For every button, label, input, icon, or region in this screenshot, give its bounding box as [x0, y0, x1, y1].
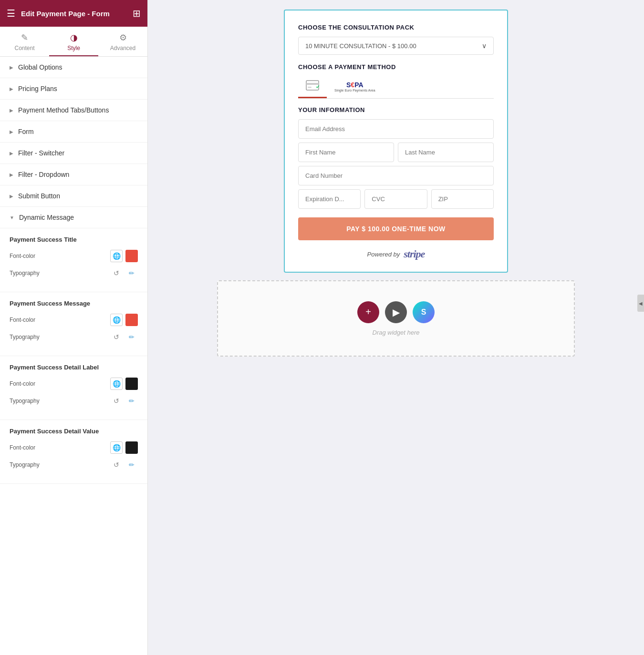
field-controls-1: 🌐 [110, 250, 138, 262]
right-panel: ◀ CHOOSE THE CONSULTATION PACK 10 MINUTE… [148, 0, 644, 655]
chevron-right-icon: ▶ [10, 194, 13, 199]
nav-section: ▶ Global Options ▶ Pricing Plans ▶ Payme… [0, 57, 147, 228]
chevron-down-icon: ∨ [482, 42, 487, 50]
sub-section-payment-success-detail-label: Payment Success Detail Label Font-color … [0, 356, 147, 420]
payment-method-section: CHOOSE A PAYMENT METHOD [298, 63, 494, 99]
sidebar-item-payment-method[interactable]: ▶ Payment Method Tabs/Buttons [0, 100, 147, 121]
globe-button-1[interactable]: 🌐 [110, 250, 123, 262]
consultation-dropdown[interactable]: 10 MINUTE CONSULTATION - $ 100.00 ∨ [298, 37, 494, 55]
color-swatch-2[interactable] [125, 314, 138, 326]
drop-zone: + ▶ S Drag widget here [217, 280, 575, 357]
edit-button-4[interactable]: ✏ [125, 459, 138, 471]
nav-label-dynamic-message: Dynamic Message [19, 214, 74, 221]
sub-section-payment-success-detail-value: Payment Success Detail Value Font-color … [0, 420, 147, 484]
sub-section-title-4: Payment Success Detail Value [10, 428, 138, 435]
sidebar-item-pricing-plans[interactable]: ▶ Pricing Plans [0, 78, 147, 100]
svg-rect-1 [306, 83, 319, 85]
pay-button[interactable]: PAY $ 100.00 ONE-TIME NOW [298, 217, 494, 240]
sidebar-item-submit-button[interactable]: ▶ Submit Button [0, 185, 147, 207]
field-label-typography-3: Typography [10, 398, 40, 404]
content-icon: ✎ [21, 32, 28, 43]
cvc-field[interactable] [364, 189, 427, 209]
field-controls-typography-4: ↺ ✏ [110, 459, 138, 471]
svg-rect-2 [308, 87, 312, 88]
tab-style[interactable]: ◑ Style [49, 27, 98, 56]
email-field[interactable] [298, 119, 494, 139]
elementor-button[interactable]: S [413, 301, 435, 323]
field-label-typography-2: Typography [10, 334, 40, 340]
chevron-right-icon: ▶ [10, 129, 13, 134]
tab-content[interactable]: ✎ Content [0, 27, 49, 56]
add-widget-button[interactable]: + [357, 301, 379, 323]
chevron-right-icon: ▶ [10, 108, 13, 113]
tab-content-label: Content [14, 45, 34, 51]
chevron-right-icon: ▶ [10, 65, 13, 70]
consultation-heading: CHOOSE THE CONSULTATION PACK [298, 24, 494, 31]
field-controls-typography-3: ↺ ✏ [110, 395, 138, 407]
card-number-field[interactable] [298, 166, 494, 185]
field-controls-2: 🌐 [110, 314, 138, 326]
sidebar-item-filter-dropdown[interactable]: ▶ Filter - Dropdown [0, 164, 147, 185]
field-label-typography-1: Typography [10, 270, 40, 276]
chevron-right-icon: ▶ [10, 86, 13, 92]
field-controls-3: 🌐 [110, 378, 138, 390]
sub-section-title-1: Payment Success Title [10, 236, 138, 243]
chevron-right-icon: ▶ [10, 172, 13, 177]
first-name-field[interactable] [298, 143, 394, 162]
sub-section-title-2: Payment Success Message [10, 300, 138, 307]
globe-button-3[interactable]: 🌐 [110, 378, 123, 390]
field-controls-typography-1: ↺ ✏ [110, 267, 138, 279]
drop-zone-text: Drag widget here [373, 329, 420, 336]
sub-section-payment-success-message: Payment Success Message Font-color 🌐 Typ… [0, 292, 147, 356]
nav-label-pricing-plans: Pricing Plans [18, 85, 57, 92]
advanced-icon: ⚙ [119, 32, 127, 43]
field-row-font-color-2: Font-color 🌐 [10, 314, 138, 326]
color-swatch-4[interactable] [125, 441, 138, 454]
sidebar-item-form[interactable]: ▶ Form [0, 121, 147, 143]
field-controls-typography-2: ↺ ✏ [110, 331, 138, 343]
tabs-bar: ✎ Content ◑ Style ⚙ Advanced [0, 27, 147, 57]
edit-button-2[interactable]: ✏ [125, 331, 138, 343]
globe-button-2[interactable]: 🌐 [110, 314, 123, 326]
expiry-field[interactable] [298, 189, 361, 209]
field-row-typography-4: Typography ↺ ✏ [10, 459, 138, 471]
field-controls-4: 🌐 [110, 441, 138, 454]
field-label-font-color-4: Font-color [10, 444, 35, 451]
sidebar-item-filter-switcher[interactable]: ▶ Filter - Switcher [0, 143, 147, 164]
reset-button-3[interactable]: ↺ [110, 395, 123, 407]
edit-button-3[interactable]: ✏ [125, 395, 138, 407]
payment-tab-sepa[interactable]: S€PA Single Euro Payments Area [327, 76, 383, 98]
tab-advanced[interactable]: ⚙ Advanced [98, 27, 147, 56]
payment-tabs: S€PA Single Euro Payments Area [298, 76, 494, 99]
last-name-field[interactable] [398, 143, 494, 162]
reset-button-1[interactable]: ↺ [110, 267, 123, 279]
powered-by-label: Powered by [367, 251, 400, 258]
reset-button-4[interactable]: ↺ [110, 459, 123, 471]
page-title: Edit Payment Page - Form [21, 10, 127, 18]
grid-icon[interactable]: ⊞ [133, 8, 141, 19]
sepa-logo: S€PA Single Euro Payments Area [334, 81, 375, 92]
media-button[interactable]: ▶ [385, 301, 407, 323]
hamburger-icon[interactable]: ☰ [7, 8, 15, 19]
reset-button-2[interactable]: ↺ [110, 331, 123, 343]
globe-button-4[interactable]: 🌐 [110, 441, 123, 454]
zip-field[interactable] [431, 189, 494, 209]
color-swatch-3[interactable] [125, 378, 138, 390]
sub-section-title-3: Payment Success Detail Label [10, 364, 138, 371]
field-row-typography-3: Typography ↺ ✏ [10, 395, 138, 407]
payment-tab-card[interactable] [298, 76, 327, 98]
nav-label-form: Form [18, 128, 34, 135]
field-row-typography-1: Typography ↺ ✏ [10, 267, 138, 279]
nav-label-payment-method: Payment Method Tabs/Buttons [18, 106, 109, 114]
edit-button-1[interactable]: ✏ [125, 267, 138, 279]
sidebar-item-global-options[interactable]: ▶ Global Options [0, 57, 147, 78]
field-row-typography-2: Typography ↺ ✏ [10, 331, 138, 343]
payment-method-heading: CHOOSE A PAYMENT METHOD [298, 63, 494, 71]
field-row-font-color-3: Font-color 🌐 [10, 378, 138, 390]
sidebar-item-dynamic-message[interactable]: ▼ Dynamic Message [0, 207, 147, 228]
color-swatch-1[interactable] [125, 250, 138, 262]
panel-collapse-button[interactable]: ◀ [637, 295, 644, 312]
nav-label-filter-dropdown: Filter - Dropdown [18, 171, 69, 178]
stripe-logo: stripe [404, 248, 425, 260]
field-label-typography-4: Typography [10, 461, 40, 468]
